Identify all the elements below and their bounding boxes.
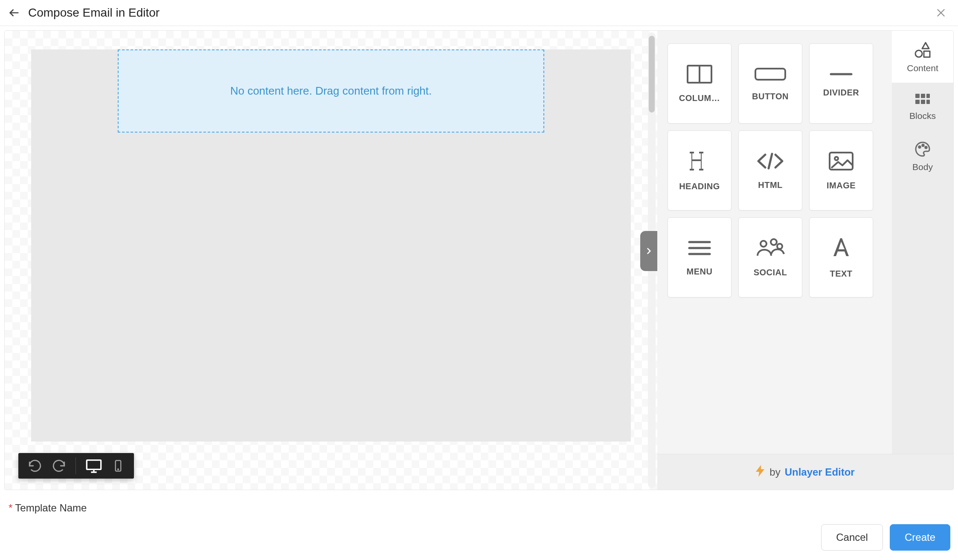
cancel-button[interactable]: Cancel — [821, 524, 883, 551]
template-name-label: *Template Name — [9, 502, 949, 514]
right-panel-main: COLUM… BUTTON — [657, 31, 953, 454]
dropzone-text: No content here. Drag content from right… — [129, 84, 533, 98]
mobile-preview-button[interactable] — [112, 457, 125, 474]
svg-marker-21 — [922, 43, 929, 49]
blocks-grid: COLUM… BUTTON — [668, 43, 882, 297]
panel-collapse-handle[interactable] — [640, 231, 657, 271]
arrow-left-icon — [8, 7, 20, 19]
create-button[interactable]: Create — [890, 524, 950, 551]
svg-point-18 — [761, 241, 766, 247]
tab-blocks[interactable]: Blocks — [892, 83, 953, 130]
social-icon — [755, 238, 786, 260]
columns-icon — [686, 64, 713, 86]
right-panel: COLUM… BUTTON — [657, 31, 953, 490]
canvas-scroll[interactable]: No content here. Drag content from right… — [5, 31, 657, 490]
chevron-right-icon — [644, 245, 653, 257]
redo-button[interactable] — [52, 459, 66, 473]
block-label: DIVIDER — [823, 88, 859, 98]
modal-header: Compose Email in Editor — [0, 0, 958, 26]
template-name-text: Template Name — [15, 502, 87, 514]
side-tabs: Content Blocks Body — [892, 31, 953, 454]
text-icon — [831, 237, 851, 261]
block-tile-heading[interactable]: HEADING — [668, 130, 732, 211]
tab-label: Content — [907, 63, 938, 73]
block-tile-menu[interactable]: MENU — [668, 217, 732, 297]
modal-footer: Cancel Create — [0, 518, 958, 560]
required-asterisk: * — [9, 502, 12, 514]
block-label: IMAGE — [827, 181, 856, 191]
block-label: COLUM… — [679, 93, 720, 103]
svg-rect-28 — [921, 100, 925, 104]
blocks-area: COLUM… BUTTON — [657, 31, 892, 454]
mobile-icon — [112, 457, 125, 474]
svg-point-7 — [118, 469, 119, 470]
svg-rect-3 — [87, 460, 101, 470]
desktop-preview-button[interactable] — [85, 457, 102, 474]
desktop-icon — [85, 457, 102, 474]
grid-icon — [914, 93, 931, 107]
block-tile-image[interactable]: IMAGE — [809, 130, 873, 211]
block-label: HTML — [758, 180, 783, 190]
svg-rect-10 — [755, 69, 785, 80]
menu-icon — [687, 239, 712, 259]
block-label: BUTTON — [752, 92, 789, 101]
tab-content[interactable]: Content — [892, 31, 953, 83]
svg-point-20 — [777, 244, 782, 249]
html-icon — [756, 151, 785, 173]
svg-point-31 — [922, 144, 924, 146]
svg-point-22 — [915, 50, 922, 57]
svg-line-12 — [769, 154, 772, 168]
palette-icon — [914, 141, 931, 158]
svg-point-32 — [925, 147, 927, 148]
redo-icon — [52, 459, 66, 473]
attribution-link[interactable]: Unlayer Editor — [785, 466, 855, 478]
svg-rect-27 — [915, 100, 920, 104]
compose-email-modal: Compose Email in Editor No content here.… — [0, 0, 958, 560]
block-tile-social[interactable]: SOCIAL — [738, 217, 802, 297]
toolbar-separator — [75, 457, 76, 474]
svg-rect-29 — [926, 100, 930, 104]
undo-button[interactable] — [28, 459, 42, 473]
scrollbar-thumb[interactable] — [649, 36, 655, 113]
attribution-bar: by Unlayer Editor — [657, 454, 953, 490]
block-tile-button[interactable]: BUTTON — [738, 43, 802, 124]
svg-point-14 — [835, 157, 838, 160]
header-left: Compose Email in Editor — [8, 6, 160, 20]
form-area: *Template Name — [4, 490, 954, 518]
svg-rect-24 — [915, 94, 920, 98]
tab-body[interactable]: Body — [892, 130, 953, 182]
canvas-dropzone[interactable]: No content here. Drag content from right… — [118, 49, 544, 133]
svg-rect-25 — [921, 94, 925, 98]
svg-point-19 — [771, 239, 777, 245]
divider-icon — [828, 70, 854, 80]
canvas-body[interactable]: No content here. Drag content from right… — [31, 49, 631, 442]
bolt-icon — [756, 465, 765, 479]
svg-rect-23 — [924, 51, 930, 57]
tab-label: Body — [912, 162, 933, 172]
block-label: HEADING — [679, 182, 720, 191]
block-tile-divider[interactable]: DIVIDER — [809, 43, 873, 124]
button-icon — [754, 66, 787, 84]
editor-outer: No content here. Drag content from right… — [0, 26, 958, 518]
shapes-icon — [914, 41, 932, 59]
heading-icon — [687, 150, 712, 174]
attribution-by: by — [769, 466, 780, 478]
block-tile-columns[interactable]: COLUM… — [668, 43, 732, 124]
floating-toolbar — [18, 453, 134, 479]
back-button[interactable] — [8, 6, 20, 19]
svg-rect-26 — [926, 94, 930, 98]
modal-title: Compose Email in Editor — [28, 6, 160, 20]
svg-point-30 — [919, 146, 920, 148]
close-icon — [935, 7, 946, 18]
canvas-zone: No content here. Drag content from right… — [5, 31, 657, 490]
editor: No content here. Drag content from right… — [4, 30, 954, 490]
block-tile-text[interactable]: TEXT — [809, 217, 873, 297]
tab-label: Blocks — [909, 111, 936, 121]
block-tile-html[interactable]: HTML — [738, 130, 802, 211]
undo-icon — [28, 459, 42, 473]
block-label: SOCIAL — [754, 268, 787, 277]
close-button[interactable] — [934, 6, 948, 20]
block-label: TEXT — [830, 269, 852, 279]
image-icon — [828, 151, 854, 173]
block-label: MENU — [687, 267, 713, 277]
